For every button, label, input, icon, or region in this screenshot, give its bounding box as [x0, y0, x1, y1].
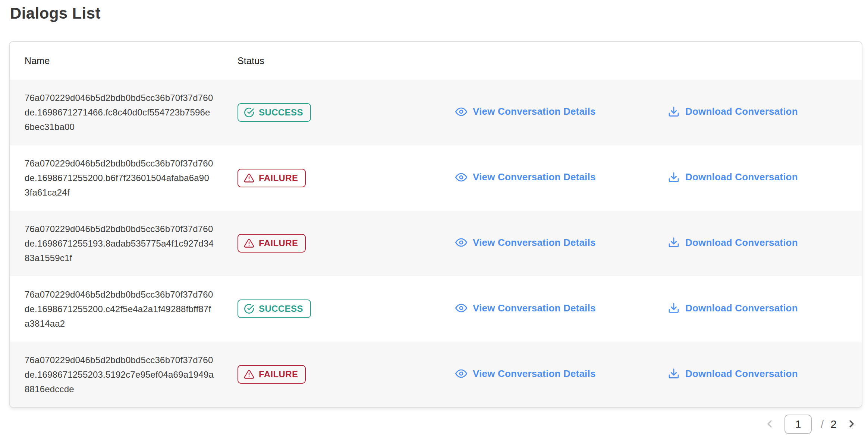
- download-icon: [668, 106, 680, 118]
- dialog-name: 76a070229d046b5d2bdb0bd5cc36b70f37d760de…: [25, 222, 214, 265]
- warning-triangle-icon: [244, 238, 254, 248]
- download-conversation-link[interactable]: Download Conversation: [668, 106, 798, 118]
- view-conversation-link[interactable]: View Conversation Details: [455, 302, 596, 314]
- status-badge: FAILURE: [238, 169, 306, 187]
- table-row: 76a070229d046b5d2bdb0bd5cc36b70f37d760de…: [10, 342, 862, 407]
- table-row: 76a070229d046b5d2bdb0bd5cc36b70f37d760de…: [10, 211, 862, 276]
- check-circle-icon: [244, 107, 254, 118]
- status-label: SUCCESS: [259, 107, 303, 118]
- status-label: FAILURE: [259, 173, 298, 183]
- eye-icon: [455, 171, 467, 183]
- status-badge: SUCCESS: [238, 299, 311, 318]
- view-conversation-label: View Conversation Details: [473, 368, 596, 380]
- page-number-input[interactable]: [784, 415, 812, 434]
- status-label: FAILURE: [259, 238, 298, 248]
- download-conversation-link[interactable]: Download Conversation: [668, 171, 798, 183]
- dialog-name: 76a070229d046b5d2bdb0bd5cc36b70f37d760de…: [25, 353, 214, 396]
- status-badge: FAILURE: [238, 234, 306, 253]
- table-row: 76a070229d046b5d2bdb0bd5cc36b70f37d760de…: [10, 276, 862, 342]
- view-conversation-label: View Conversation Details: [473, 237, 596, 248]
- dialogs-table: Name Status 76a070229d046b5d2bdb0bd5cc36…: [9, 41, 862, 408]
- next-page-button[interactable]: [846, 418, 858, 431]
- pagination: / 2: [764, 413, 858, 436]
- view-conversation-link[interactable]: View Conversation Details: [455, 368, 596, 380]
- download-conversation-label: Download Conversation: [685, 302, 798, 314]
- table-row: 76a070229d046b5d2bdb0bd5cc36b70f37d760de…: [10, 80, 862, 145]
- download-icon: [668, 171, 680, 183]
- download-conversation-label: Download Conversation: [685, 106, 798, 117]
- table-row: 76a070229d046b5d2bdb0bd5cc36b70f37d760de…: [10, 145, 862, 211]
- page-title: Dialogs List: [10, 4, 101, 22]
- view-conversation-link[interactable]: View Conversation Details: [455, 237, 596, 248]
- dialog-name: 76a070229d046b5d2bdb0bd5cc36b70f37d760de…: [25, 91, 214, 134]
- view-conversation-label: View Conversation Details: [473, 171, 596, 183]
- dialog-name: 76a070229d046b5d2bdb0bd5cc36b70f37d760de…: [25, 156, 214, 200]
- eye-icon: [455, 302, 467, 314]
- column-header-status: Status: [228, 56, 448, 66]
- column-header-name: Name: [10, 56, 228, 66]
- download-conversation-link[interactable]: Download Conversation: [668, 302, 798, 314]
- check-circle-icon: [244, 304, 254, 314]
- status-badge: SUCCESS: [238, 103, 311, 122]
- eye-icon: [455, 237, 467, 248]
- previous-page-button[interactable]: [764, 418, 776, 431]
- table-header-row: Name Status: [10, 42, 862, 80]
- view-conversation-label: View Conversation Details: [473, 302, 596, 314]
- dialog-name: 76a070229d046b5d2bdb0bd5cc36b70f37d760de…: [25, 287, 214, 331]
- page-total: 2: [830, 418, 837, 431]
- download-conversation-label: Download Conversation: [685, 368, 798, 380]
- eye-icon: [455, 368, 467, 380]
- download-conversation-label: Download Conversation: [685, 171, 798, 183]
- chevron-left-icon: [764, 418, 776, 431]
- warning-triangle-icon: [244, 369, 254, 380]
- download-icon: [668, 368, 680, 380]
- download-conversation-label: Download Conversation: [685, 237, 798, 248]
- status-label: SUCCESS: [259, 304, 303, 314]
- view-conversation-label: View Conversation Details: [473, 106, 596, 117]
- page-separator: /: [821, 418, 824, 431]
- download-conversation-link[interactable]: Download Conversation: [668, 237, 798, 248]
- download-conversation-link[interactable]: Download Conversation: [668, 368, 798, 380]
- view-conversation-link[interactable]: View Conversation Details: [455, 171, 596, 183]
- chevron-right-icon: [846, 418, 858, 431]
- status-label: FAILURE: [259, 369, 298, 380]
- warning-triangle-icon: [244, 173, 254, 183]
- eye-icon: [455, 106, 467, 118]
- download-icon: [668, 237, 680, 248]
- view-conversation-link[interactable]: View Conversation Details: [455, 106, 596, 118]
- status-badge: FAILURE: [238, 365, 306, 384]
- download-icon: [668, 302, 680, 314]
